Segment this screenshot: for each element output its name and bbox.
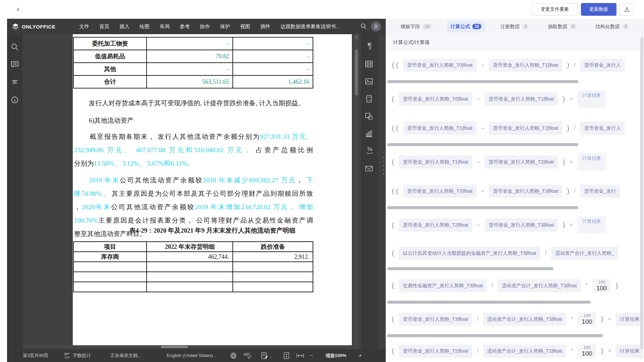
calc-result-chip[interactable]: 计算结果 [578, 153, 606, 171]
menu-item-1[interactable]: 首页 [94, 19, 114, 34]
zoom-in-button[interactable]: + [359, 349, 362, 362]
tab-注册数据[interactable]: 注册数据2 [496, 21, 533, 32]
scrollbar-thumb[interactable] [387, 301, 591, 304]
scrollbar-thumb[interactable] [387, 334, 603, 337]
field-chip[interactable]: 交易性金融资产_发行人简称_T3|float [399, 279, 487, 292]
menu-item-0[interactable]: 文件 [74, 19, 94, 34]
menu-item-10[interactable]: 达观数据债券募集说明书... [275, 19, 345, 34]
word-count-label[interactable]: 字数统计 [73, 349, 91, 362]
paren: ) [562, 221, 565, 229]
table-row: 其他-- [73, 63, 313, 75]
image-settings-icon[interactable] [365, 77, 375, 87]
calc-result-chip[interactable]: 计算结果 [578, 90, 606, 108]
table-cell: - [233, 37, 313, 50]
shape-settings-icon[interactable] [365, 112, 375, 122]
scroll-up-icon[interactable]: ▲ [354, 34, 359, 40]
calc-result-chip[interactable]: 计算结果 [578, 216, 606, 234]
field-chip[interactable]: 货币资金_发行人简称_T2|float [399, 219, 472, 232]
formula-horizontal-scrollbar[interactable] [386, 300, 644, 305]
formula-horizontal-scrollbar[interactable] [386, 266, 644, 271]
field-chip[interactable]: 货币资金_发行人简称_T2|float [403, 185, 477, 198]
headerfooter-settings-icon[interactable] [365, 95, 375, 105]
document-vertical-scrollbar[interactable]: ▲ [354, 34, 359, 349]
navigation-icon[interactable] [10, 77, 19, 86]
formula-horizontal-scrollbar[interactable] [386, 79, 644, 84]
chart-settings-icon[interactable] [365, 129, 375, 139]
menu-item-9[interactable]: 插件 [255, 19, 275, 34]
field-chip[interactable]: 货币资金_发行人简称_T0|float [403, 59, 477, 72]
tab-结构化数据[interactable]: 结构化数据0 [592, 21, 633, 32]
page-indicator[interactable]: 第3页共99页 [23, 349, 49, 362]
panel-vertical-scrollbar[interactable] [640, 36, 643, 359]
formula-horizontal-scrollbar[interactable] [386, 142, 644, 147]
field-chip[interactable]: 货币资金_发行人简称_T0|float [399, 93, 472, 106]
scrollbar-thumb[interactable] [355, 50, 358, 95]
menu-item-7[interactable]: 保护 [215, 19, 235, 34]
spellcheck-language-icon[interactable] [230, 352, 237, 359]
fit-page-icon[interactable] [283, 352, 290, 359]
menu-item-3[interactable]: 绘图 [135, 19, 155, 34]
menu-item-8[interactable]: 视图 [235, 19, 255, 34]
field-chip[interactable]: 货币资金_发行 [580, 185, 620, 198]
comments-icon[interactable] [10, 60, 19, 69]
word-count-icon[interactable]: 123 [63, 352, 71, 359]
fit-width-icon[interactable] [296, 352, 304, 359]
field-chip[interactable]: 流动资产合计_发行人简称_T2|float [483, 345, 566, 358]
change-file-elements-button[interactable]: 变更文件要素 [532, 3, 578, 16]
track-changes-icon[interactable]: ⌄ [261, 352, 273, 359]
field-chip[interactable]: 货币资金_发行人简称_T1|float [489, 59, 562, 72]
about-icon[interactable] [10, 95, 19, 105]
field-chip[interactable]: 货币资金_发行人简称_T1|float [399, 156, 472, 169]
menu-item-5[interactable]: 参考 [175, 19, 195, 34]
field-chip[interactable]: 货币资金_发行人简称_T2|float [399, 345, 472, 358]
zoom-out-button[interactable]: − [310, 349, 313, 362]
language-selector[interactable]: English (United States) ⌄ [167, 349, 217, 362]
scrollbar-thumb[interactable] [387, 143, 578, 146]
fraction-chip[interactable]: 100100 [578, 344, 596, 358]
fraction-chip[interactable]: 100100 [592, 279, 611, 293]
tab-模板字段[interactable]: 模板字段10 [396, 21, 435, 32]
field-chip[interactable]: 货币资金_发行人 [580, 122, 625, 135]
formula-horizontal-scrollbar[interactable] [386, 205, 644, 210]
download-button[interactable] [620, 3, 634, 16]
scrollbar-thumb[interactable] [387, 267, 553, 270]
fraction-chip[interactable]: 100100 [578, 312, 596, 326]
paragraph-settings-icon[interactable]: ¶ [365, 41, 375, 51]
field-chip[interactable]: 流动资产合计_发行人简称_T3|float [498, 279, 581, 292]
scrollbar-thumb[interactable] [640, 38, 643, 349]
scrollbar-thumb[interactable] [387, 206, 578, 209]
field-chip[interactable]: 货币资金_发行人简称_T3|float [485, 219, 558, 232]
field-chip[interactable]: 货币资金_发行人简称_T3|float [489, 185, 562, 198]
search-icon[interactable] [10, 42, 19, 52]
field-chip[interactable]: 货币资金_发行人简称_T2|float [489, 122, 562, 135]
scrollbar-thumb[interactable] [161, 346, 188, 348]
field-chip[interactable]: 以公计且其变动计入当期损益的金融资产_发行人简称_T3|float [399, 247, 540, 260]
search-icon[interactable] [360, 23, 367, 29]
field-chip[interactable]: 流动资产合计_发行人简称_ [551, 247, 618, 260]
menu-item-4[interactable]: 布局 [155, 19, 175, 34]
menu-item-6[interactable]: 协作 [195, 19, 215, 34]
panel-resize-handle[interactable] [382, 157, 384, 194]
document-page[interactable]: 委托加工物资--低值易耗品79.82-其他--合计563,511.651,462… [73, 34, 352, 347]
field-chip[interactable]: 计算结果 [616, 313, 643, 326]
tab-计算公式[interactable]: 计算公式12 [446, 21, 485, 32]
avatar[interactable]: D [371, 21, 381, 32]
field-chip[interactable]: 计算结果 [616, 345, 643, 358]
field-chip[interactable]: 货币资金_发行人简称_T1|float [485, 93, 558, 106]
field-chip[interactable]: 货币资金_发行人简称_T1|float [403, 122, 477, 135]
back-icon[interactable]: ‹ [13, 5, 23, 14]
field-chip[interactable]: 货币资金_发行人简称_T3|float [399, 313, 472, 326]
table-settings-icon[interactable] [365, 60, 375, 70]
field-chip[interactable]: 流动资产合计_发行人简称_T3|float [483, 313, 566, 326]
textart-settings-icon[interactable]: Ta [365, 146, 375, 156]
mailmerge-icon[interactable] [365, 164, 375, 174]
menu-item-2[interactable]: 插入 [114, 19, 135, 34]
tab-抽取数据[interactable]: 抽取数据0 [544, 21, 581, 32]
document-horizontal-scrollbar[interactable] [23, 345, 353, 349]
field-chip[interactable]: 货币资金_发行人 [580, 59, 625, 72]
spellcheck-icon[interactable]: ABC [244, 352, 251, 359]
update-data-button[interactable]: 更新数据 [581, 3, 616, 16]
formula-horizontal-scrollbar[interactable] [386, 334, 644, 338]
field-chip[interactable]: 货币资金_发行人简称_T2|float [485, 156, 558, 169]
scrollbar-thumb[interactable] [387, 80, 578, 83]
